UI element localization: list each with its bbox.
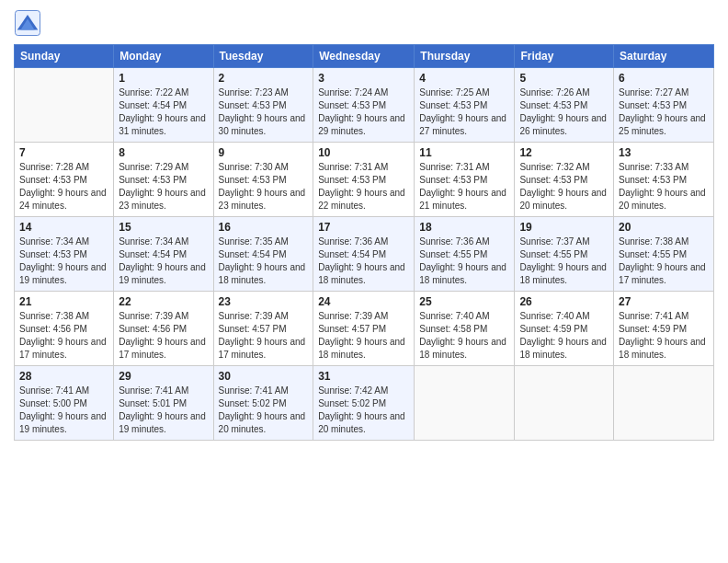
- day-number: 7: [19, 146, 108, 159]
- day-number: 5: [519, 72, 609, 85]
- day-number: 16: [219, 221, 309, 234]
- weekday-header-friday: Friday: [515, 45, 614, 68]
- calendar-cell: 20Sunrise: 7:38 AMSunset: 4:55 PMDayligh…: [614, 217, 714, 292]
- calendar-body: 1Sunrise: 7:22 AMSunset: 4:54 PMDaylight…: [15, 68, 714, 441]
- day-info: Sunrise: 7:37 AMSunset: 4:55 PMDaylight:…: [519, 236, 609, 287]
- day-info: Sunrise: 7:33 AMSunset: 4:53 PMDaylight:…: [619, 161, 709, 213]
- day-info: Sunrise: 7:36 AMSunset: 4:54 PMDaylight:…: [318, 236, 409, 287]
- calendar-cell: 13Sunrise: 7:33 AMSunset: 4:53 PMDayligh…: [614, 143, 714, 217]
- page-container: SundayMondayTuesdayWednesdayThursdayFrid…: [0, 0, 728, 450]
- day-info: Sunrise: 7:39 AMSunset: 4:56 PMDaylight:…: [119, 310, 208, 362]
- day-number: 31: [318, 370, 409, 383]
- day-info: Sunrise: 7:24 AMSunset: 4:53 PMDaylight:…: [318, 86, 409, 138]
- calendar-cell: 15Sunrise: 7:34 AMSunset: 4:54 PMDayligh…: [114, 217, 213, 292]
- calendar-week-2: 7Sunrise: 7:28 AMSunset: 4:53 PMDaylight…: [15, 143, 714, 217]
- calendar-cell: 8Sunrise: 7:29 AMSunset: 4:53 PMDaylight…: [114, 143, 213, 217]
- calendar-cell: 28Sunrise: 7:41 AMSunset: 5:00 PMDayligh…: [15, 366, 114, 441]
- day-number: 4: [419, 72, 509, 85]
- weekday-header-wednesday: Wednesday: [313, 45, 415, 68]
- day-info: Sunrise: 7:34 AMSunset: 4:53 PMDaylight:…: [19, 236, 108, 287]
- day-number: 1: [119, 72, 208, 85]
- day-number: 8: [119, 146, 208, 159]
- calendar-cell: 18Sunrise: 7:36 AMSunset: 4:55 PMDayligh…: [415, 217, 515, 292]
- day-info: Sunrise: 7:38 AMSunset: 4:55 PMDaylight:…: [619, 236, 709, 287]
- calendar-cell: 5Sunrise: 7:26 AMSunset: 4:53 PMDaylight…: [515, 68, 614, 143]
- calendar-cell: 21Sunrise: 7:38 AMSunset: 4:56 PMDayligh…: [15, 292, 114, 366]
- day-info: Sunrise: 7:28 AMSunset: 4:53 PMDaylight:…: [19, 161, 108, 213]
- day-info: Sunrise: 7:26 AMSunset: 4:53 PMDaylight:…: [519, 86, 609, 138]
- calendar-cell: 2Sunrise: 7:23 AMSunset: 4:53 PMDaylight…: [213, 68, 313, 143]
- calendar-cell: [15, 68, 114, 143]
- weekday-header-monday: Monday: [114, 45, 213, 68]
- day-number: 15: [119, 221, 208, 234]
- calendar-cell: 3Sunrise: 7:24 AMSunset: 4:53 PMDaylight…: [313, 68, 415, 143]
- day-number: 2: [219, 72, 309, 85]
- page-header: [14, 9, 714, 37]
- weekday-row: SundayMondayTuesdayWednesdayThursdayFrid…: [15, 45, 714, 68]
- day-number: 18: [419, 221, 509, 234]
- day-info: Sunrise: 7:23 AMSunset: 4:53 PMDaylight:…: [219, 86, 309, 138]
- day-info: Sunrise: 7:32 AMSunset: 4:53 PMDaylight:…: [519, 161, 609, 213]
- calendar-week-4: 21Sunrise: 7:38 AMSunset: 4:56 PMDayligh…: [15, 292, 714, 366]
- day-info: Sunrise: 7:39 AMSunset: 4:57 PMDaylight:…: [318, 310, 409, 362]
- weekday-header-thursday: Thursday: [415, 45, 515, 68]
- day-number: 21: [19, 295, 108, 308]
- day-number: 27: [619, 295, 709, 308]
- day-info: Sunrise: 7:42 AMSunset: 5:02 PMDaylight:…: [318, 385, 409, 436]
- calendar-week-3: 14Sunrise: 7:34 AMSunset: 4:53 PMDayligh…: [15, 217, 714, 292]
- calendar-week-5: 28Sunrise: 7:41 AMSunset: 5:00 PMDayligh…: [15, 366, 714, 441]
- weekday-header-sunday: Sunday: [15, 45, 114, 68]
- day-info: Sunrise: 7:31 AMSunset: 4:53 PMDaylight:…: [318, 161, 409, 213]
- day-number: 10: [318, 146, 409, 159]
- calendar-cell: 22Sunrise: 7:39 AMSunset: 4:56 PMDayligh…: [114, 292, 213, 366]
- calendar-cell: 10Sunrise: 7:31 AMSunset: 4:53 PMDayligh…: [313, 143, 415, 217]
- calendar-cell: 4Sunrise: 7:25 AMSunset: 4:53 PMDaylight…: [415, 68, 515, 143]
- day-info: Sunrise: 7:40 AMSunset: 4:59 PMDaylight:…: [519, 310, 609, 362]
- calendar-cell: 12Sunrise: 7:32 AMSunset: 4:53 PMDayligh…: [515, 143, 614, 217]
- day-number: 9: [219, 146, 309, 159]
- calendar-cell: 23Sunrise: 7:39 AMSunset: 4:57 PMDayligh…: [213, 292, 313, 366]
- calendar-header: SundayMondayTuesdayWednesdayThursdayFrid…: [15, 45, 714, 68]
- day-info: Sunrise: 7:40 AMSunset: 4:58 PMDaylight:…: [419, 310, 509, 362]
- day-number: 29: [119, 370, 208, 383]
- calendar-cell: 30Sunrise: 7:41 AMSunset: 5:02 PMDayligh…: [213, 366, 313, 441]
- day-info: Sunrise: 7:41 AMSunset: 5:01 PMDaylight:…: [119, 385, 208, 436]
- calendar-cell: 24Sunrise: 7:39 AMSunset: 4:57 PMDayligh…: [313, 292, 415, 366]
- day-number: 25: [419, 295, 509, 308]
- day-number: 22: [119, 295, 208, 308]
- calendar-cell: 19Sunrise: 7:37 AMSunset: 4:55 PMDayligh…: [515, 217, 614, 292]
- calendar-cell: 16Sunrise: 7:35 AMSunset: 4:54 PMDayligh…: [213, 217, 313, 292]
- calendar-cell: 29Sunrise: 7:41 AMSunset: 5:01 PMDayligh…: [114, 366, 213, 441]
- calendar-cell: 9Sunrise: 7:30 AMSunset: 4:53 PMDaylight…: [213, 143, 313, 217]
- day-info: Sunrise: 7:41 AMSunset: 5:00 PMDaylight:…: [19, 385, 108, 436]
- weekday-header-saturday: Saturday: [614, 45, 714, 68]
- calendar-cell: 7Sunrise: 7:28 AMSunset: 4:53 PMDaylight…: [15, 143, 114, 217]
- calendar-cell: 1Sunrise: 7:22 AMSunset: 4:54 PMDaylight…: [114, 68, 213, 143]
- day-info: Sunrise: 7:27 AMSunset: 4:53 PMDaylight:…: [619, 86, 709, 138]
- calendar-table: SundayMondayTuesdayWednesdayThursdayFrid…: [14, 44, 714, 441]
- calendar-cell: 14Sunrise: 7:34 AMSunset: 4:53 PMDayligh…: [15, 217, 114, 292]
- calendar-cell: 26Sunrise: 7:40 AMSunset: 4:59 PMDayligh…: [515, 292, 614, 366]
- calendar-cell: [415, 366, 515, 441]
- calendar-cell: 27Sunrise: 7:41 AMSunset: 4:59 PMDayligh…: [614, 292, 714, 366]
- calendar-cell: 31Sunrise: 7:42 AMSunset: 5:02 PMDayligh…: [313, 366, 415, 441]
- day-number: 14: [19, 221, 108, 234]
- day-number: 11: [419, 146, 509, 159]
- day-info: Sunrise: 7:41 AMSunset: 4:59 PMDaylight:…: [619, 310, 709, 362]
- day-number: 6: [619, 72, 709, 85]
- logo: [14, 9, 45, 37]
- day-info: Sunrise: 7:25 AMSunset: 4:53 PMDaylight:…: [419, 86, 509, 138]
- day-number: 28: [19, 370, 108, 383]
- day-info: Sunrise: 7:39 AMSunset: 4:57 PMDaylight:…: [219, 310, 309, 362]
- day-number: 26: [519, 295, 609, 308]
- day-number: 20: [619, 221, 709, 234]
- day-info: Sunrise: 7:41 AMSunset: 5:02 PMDaylight:…: [219, 385, 309, 436]
- day-number: 19: [519, 221, 609, 234]
- day-info: Sunrise: 7:34 AMSunset: 4:54 PMDaylight:…: [119, 236, 208, 287]
- calendar-cell: 17Sunrise: 7:36 AMSunset: 4:54 PMDayligh…: [313, 217, 415, 292]
- day-number: 13: [619, 146, 709, 159]
- day-info: Sunrise: 7:38 AMSunset: 4:56 PMDaylight:…: [19, 310, 108, 362]
- day-number: 12: [519, 146, 609, 159]
- day-info: Sunrise: 7:29 AMSunset: 4:53 PMDaylight:…: [119, 161, 208, 213]
- calendar-cell: [614, 366, 714, 441]
